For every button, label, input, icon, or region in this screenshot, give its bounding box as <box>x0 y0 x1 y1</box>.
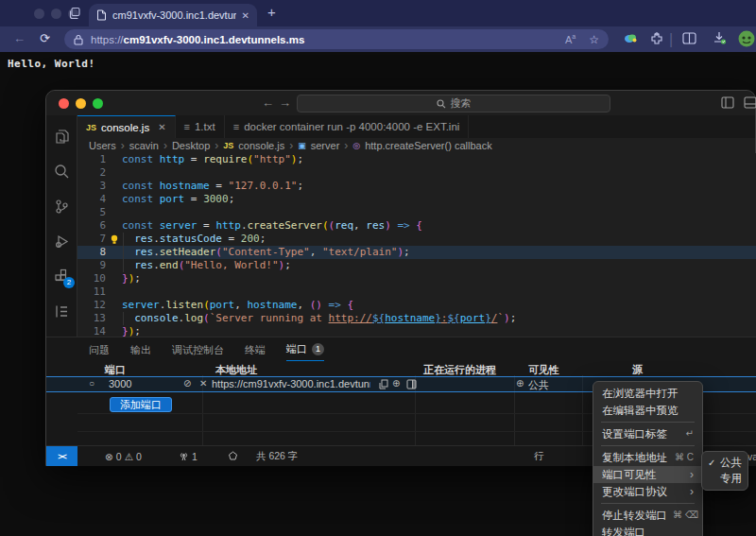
refresh-icon[interactable]: ⟳ <box>40 31 50 45</box>
close-traffic-light[interactable] <box>59 98 69 109</box>
code-line-1[interactable]: 1const http = require("http"); <box>77 153 756 166</box>
line-number: 2 <box>77 166 106 180</box>
code-line-13[interactable]: 13 console.log(`Server running at http:/… <box>77 312 756 325</box>
code-text: const hostname = "127.0.0.1"; <box>122 180 303 193</box>
panel-tab-终端[interactable]: 终端 <box>245 342 266 361</box>
radio-tower-icon <box>179 451 189 461</box>
minimize-traffic-light[interactable] <box>76 98 86 109</box>
menu-item[interactable]: 停止转发端口⌘ ⌫ <box>593 507 702 524</box>
code-line-14[interactable]: 14}); <box>77 325 756 337</box>
favorite-star-icon[interactable]: ☆ <box>589 33 599 46</box>
code-line-6[interactable]: 6const server = http.createServer((req, … <box>77 219 756 233</box>
maximize-traffic-light[interactable] <box>93 98 103 109</box>
menu-item[interactable]: 更改端口协议› <box>593 483 702 500</box>
line-number: 9 <box>77 259 106 272</box>
add-port-button[interactable]: 添加端口 <box>110 397 172 412</box>
code-line-10[interactable]: 10}); <box>77 272 756 285</box>
extensions-icon[interactable]: 2 <box>53 268 71 285</box>
stop-forward-icon[interactable]: ⊘ <box>183 378 191 389</box>
local-address[interactable]: https://cm91vxfv-3000.inc1.devtunnel... <box>212 378 370 389</box>
menu-item[interactable]: 在浏览器中打开 <box>593 385 702 402</box>
breadcrumb-item[interactable]: Users <box>89 140 116 151</box>
code-line-4[interactable]: 4const port = 3000; <box>77 193 756 206</box>
tool-status[interactable] <box>228 446 238 466</box>
editor-tab-2[interactable]: ≡1.txt <box>176 115 225 138</box>
panel-tab-label: 端口 <box>286 342 307 356</box>
menu-item[interactable]: 转发端口 <box>593 524 702 536</box>
code-line-9[interactable]: 9 res.end("Hello, World!"); <box>77 259 756 272</box>
source-control-icon[interactable] <box>53 198 71 216</box>
editor-tab-3[interactable]: ≡docker container run -p 4000:4000 -e EX… <box>225 115 470 138</box>
ports-status[interactable]: 1 <box>179 446 198 466</box>
back-icon[interactable]: ← <box>13 31 26 45</box>
nav-forward-icon[interactable]: → <box>279 95 291 110</box>
copy-address-icon[interactable] <box>379 379 388 389</box>
lightbulb-icon[interactable] <box>110 234 119 245</box>
address-bar[interactable]: https://cm91vxfv-3000.inc1.devtunnels.ms… <box>64 29 609 49</box>
menu-item[interactable]: 在编辑器中预览 <box>593 402 702 419</box>
nav-back-icon[interactable]: ← <box>262 95 274 110</box>
split-screen-icon[interactable] <box>682 32 696 44</box>
browser-tab[interactable]: cm91vxfv-3000.inc1.devtunnel ✕ <box>89 4 257 26</box>
extension-colored-icon[interactable] <box>624 31 638 48</box>
breadcrumb-item[interactable]: console.js <box>238 140 284 151</box>
code-line-12[interactable]: 12server.listen(port, hostname, () => { <box>77 299 756 312</box>
read-aloud-icon[interactable]: Aa <box>565 33 576 45</box>
col-header-origin[interactable]: 源 <box>632 363 643 377</box>
panel-tab-问题[interactable]: 问题 <box>89 342 110 361</box>
visibility-value[interactable]: 公共 <box>528 378 549 392</box>
command-center-search[interactable]: 搜索 <box>297 95 610 112</box>
submenu-item[interactable]: ✓公共 <box>702 455 747 471</box>
run-debug-icon[interactable] <box>53 233 71 251</box>
breadcrumb-item[interactable]: scavin <box>129 140 159 151</box>
panel-tab-端口[interactable]: 端口1 <box>286 342 324 361</box>
word-count-status[interactable]: 共 626 字 <box>256 446 298 466</box>
code-line-3[interactable]: 3const hostname = "127.0.0.1"; <box>77 180 756 193</box>
outline-list-icon[interactable] <box>53 303 71 320</box>
col-header-address[interactable]: 本地地址 <box>215 363 257 377</box>
code-line-5[interactable]: 5 <box>77 206 756 219</box>
panel-tab-调试控制台[interactable]: 调试控制台 <box>172 342 224 361</box>
menu-item[interactable]: 复制本地地址⌘ C <box>593 449 702 466</box>
tab-close-icon[interactable]: ✕ <box>158 122 165 132</box>
code-line-11[interactable]: 11 <box>77 285 756 299</box>
remove-port-icon[interactable]: ✕ <box>199 378 207 389</box>
menu-item[interactable]: 设置端口标签↵ <box>593 425 702 442</box>
problems-status[interactable]: ⊗ 0 ⚠ 0 <box>105 446 142 466</box>
col-header-port[interactable]: 端口 <box>105 363 126 377</box>
remote-indicator[interactable]: >< <box>46 446 77 466</box>
code-line-7[interactable]: 7 res.statusCode = 200; <box>77 233 756 246</box>
port-number[interactable]: 3000 <box>109 378 131 389</box>
code-editor[interactable]: 1const http = require("http");23const ho… <box>77 153 756 337</box>
breadcrumb-item[interactable]: server <box>311 140 340 151</box>
browser-close-button[interactable] <box>34 9 44 19</box>
code-line-8[interactable]: 8 res.setHeader("Content-Type", "text/pl… <box>77 246 756 259</box>
downloads-icon[interactable] <box>713 31 728 45</box>
lock-icon <box>74 34 83 45</box>
editor-tab-1[interactable]: JSconsole.js✕ <box>77 115 176 138</box>
col-header-process[interactable]: 正在运行的进程 <box>423 363 496 377</box>
explorer-icon[interactable] <box>53 128 71 146</box>
new-tab-button[interactable]: + <box>267 4 276 20</box>
breadcrumb[interactable]: Users›scavin›Desktop›JSconsole.js›▣serve… <box>89 138 492 153</box>
code-text: const port = 3000; <box>122 193 234 206</box>
code-line-2[interactable]: 2 <box>77 166 756 180</box>
breadcrumb-item[interactable]: http.createServer() callback <box>365 140 492 151</box>
menu-item[interactable]: 端口可见性› <box>593 466 702 483</box>
col-header-visibility[interactable]: 可见性 <box>528 363 559 377</box>
layout-panel-icon[interactable] <box>744 96 756 109</box>
workspaces-icon[interactable] <box>68 7 81 20</box>
extensions-puzzle-icon[interactable] <box>650 32 663 45</box>
submenu-item[interactable]: 专用 <box>702 471 747 487</box>
cursor-position-status[interactable]: 行 <box>534 446 544 466</box>
open-browser-globe-icon[interactable]: ⊕ <box>392 378 400 389</box>
search-sidebar-icon[interactable] <box>53 163 71 181</box>
panel-tab-输出[interactable]: 输出 <box>130 342 151 361</box>
browser-minimize-button[interactable] <box>51 9 61 19</box>
vscode-titlebar[interactable]: ← → 搜索 <box>46 91 755 115</box>
preview-editor-icon[interactable] <box>406 379 417 389</box>
breadcrumb-item[interactable]: Desktop <box>172 140 210 151</box>
tab-close-icon[interactable]: ✕ <box>242 10 249 21</box>
profile-avatar[interactable] <box>738 30 755 47</box>
layout-sidebar-icon[interactable] <box>721 96 734 109</box>
